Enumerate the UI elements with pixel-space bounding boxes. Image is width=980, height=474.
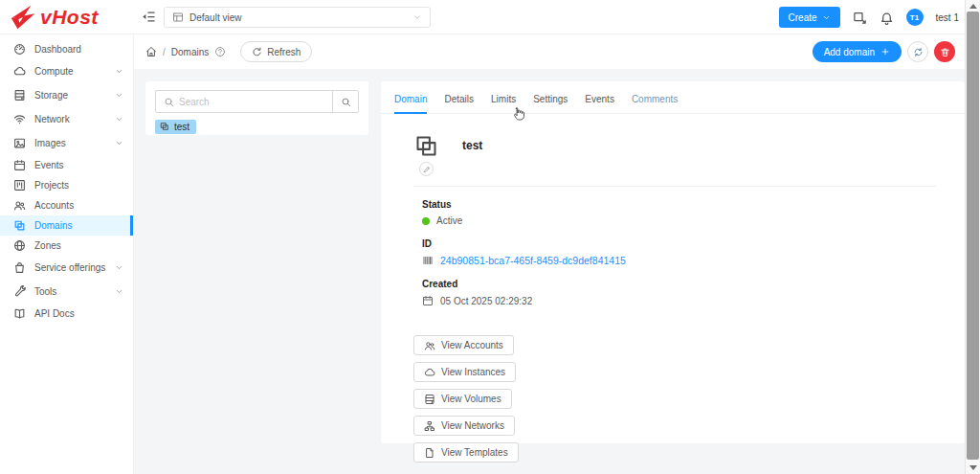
tab-domain[interactable]: Domain — [394, 94, 427, 113]
sidebar-item-label: Accounts — [34, 200, 74, 211]
sidebar-item-accounts[interactable]: Accounts — [0, 195, 133, 215]
vhost-logo[interactable]: vHost — [10, 3, 99, 32]
detail-body: test StatusActiveID24b90851-bca7-465f-84… — [381, 114, 965, 463]
chevron-down-icon — [115, 263, 123, 272]
chevron-down-icon — [115, 115, 123, 124]
view-instances-button[interactable]: View Instances — [413, 362, 516, 382]
sidebar-item-projects[interactable]: Projects — [0, 175, 133, 195]
view-templates-button[interactable]: View Templates — [413, 442, 519, 463]
cloud-icon — [13, 65, 26, 78]
trash-icon — [940, 47, 950, 57]
search-button[interactable] — [332, 91, 358, 112]
sidebar-item-tools[interactable]: Tools — [0, 280, 133, 304]
view-volumes-button[interactable]: View Volumes — [413, 389, 512, 409]
sync-icon — [913, 47, 924, 57]
field-label: Status — [422, 199, 936, 210]
domain-tree-panel: test — [145, 81, 368, 135]
scrollbar-thumb[interactable] — [967, 11, 979, 460]
layout-view-icon — [172, 11, 184, 23]
project-switch-icon[interactable] — [853, 11, 867, 25]
search-input[interactable] — [179, 97, 332, 107]
sidebar-item-service-offerings[interactable]: Service offerings — [0, 256, 133, 280]
chevron-down-icon — [115, 287, 123, 296]
search-icon — [341, 97, 351, 107]
sidebar-item-label: Service offerings — [34, 262, 105, 273]
divider — [413, 186, 936, 187]
logo-arrow-icon — [10, 3, 38, 32]
sidebar-item-label: Compute — [34, 66, 74, 77]
action-label: View Instances — [441, 367, 505, 377]
block-icon — [160, 122, 169, 131]
bell-icon[interactable] — [880, 11, 894, 25]
user-name[interactable]: test 1 — [936, 12, 959, 23]
sidebar-item-label: Tools — [34, 286, 56, 297]
refresh-button[interactable]: Refresh — [240, 41, 312, 62]
sidebar-item-label: Projects — [34, 180, 69, 191]
add-domain-button[interactable]: Add domain — [813, 41, 902, 62]
sidebar-item-zones[interactable]: Zones — [0, 236, 133, 256]
action-label: View Networks — [441, 420, 504, 431]
delete-domain-button[interactable] — [934, 41, 955, 62]
sidebar-item-images[interactable]: Images — [0, 131, 133, 155]
edit-button[interactable] — [419, 162, 434, 176]
reload-icon — [252, 47, 262, 57]
add-domain-label: Add domain — [824, 47, 875, 57]
sidebar-item-events[interactable]: Events — [0, 155, 133, 175]
book-icon — [13, 307, 26, 320]
id-link[interactable]: 24b90851-bca7-465f-8459-dc9def841415 — [440, 255, 626, 266]
create-button-label: Create — [789, 12, 817, 23]
tab-comments[interactable]: Comments — [632, 94, 678, 113]
resource-header: test — [413, 131, 936, 159]
sidebar-item-network[interactable]: Network — [0, 107, 133, 131]
domain-block-icon — [413, 133, 439, 159]
detail-tabs: DomainDetailsLimitsSettingsEventsComment… — [381, 81, 965, 114]
sync-button[interactable] — [907, 41, 928, 62]
wifi-icon — [13, 113, 26, 125]
sidebar-item-label: Network — [34, 114, 70, 124]
chevron-down-icon — [115, 91, 123, 100]
edit-pencil-icon — [423, 166, 431, 173]
plus-icon — [880, 47, 890, 56]
menu-fold-icon[interactable] — [142, 10, 156, 24]
tree-node[interactable]: test — [155, 120, 196, 134]
sidebar-item-dashboard[interactable]: Dashboard — [0, 39, 133, 59]
tool-icon — [13, 285, 26, 298]
tab-settings[interactable]: Settings — [533, 94, 568, 113]
shopping-icon — [13, 261, 26, 274]
sidebar-item-storage[interactable]: Storage — [0, 83, 133, 107]
tab-details[interactable]: Details — [444, 94, 474, 113]
view-select[interactable]: Default view — [164, 7, 431, 28]
logo-text: vHost — [40, 6, 99, 29]
sidebar: DashboardComputeStorageNetworkImagesEven… — [0, 34, 134, 474]
breadcrumb[interactable]: Domains — [171, 47, 209, 57]
question-circle-icon[interactable] — [214, 46, 226, 57]
view-select-value: Default view — [189, 12, 241, 23]
sidebar-item-label: Zones — [34, 240, 61, 251]
sidebar-item-api-docs[interactable]: API Docs — [0, 304, 133, 324]
view-accounts-button[interactable]: View Accounts — [413, 335, 514, 355]
top-bar: vHost Default view Create T1 test 1 — [0, 0, 980, 34]
chevron-down-icon — [115, 139, 123, 147]
tab-limits[interactable]: Limits — [491, 94, 516, 113]
tree-node-label: test — [174, 122, 189, 132]
sidebar-item-compute[interactable]: Compute — [0, 59, 133, 83]
avatar[interactable]: T1 — [906, 9, 924, 26]
scroll-up-arrow-icon[interactable] — [969, 4, 977, 9]
vertical-scrollbar[interactable] — [965, 0, 980, 474]
sidebar-item-label: Domains — [34, 220, 72, 231]
action-label: View Accounts — [441, 340, 503, 350]
view-networks-button[interactable]: View Networks — [413, 416, 515, 436]
sidebar-item-label: Dashboard — [34, 44, 81, 55]
sidebar-item-domains[interactable]: Domains — [0, 215, 133, 236]
team-icon — [13, 199, 26, 212]
barcode-icon — [422, 255, 434, 266]
breadcrumb-bar: / Domains Refresh Add domain — [134, 34, 965, 69]
search-box — [155, 90, 359, 113]
scroll-down-arrow-icon[interactable] — [969, 465, 977, 470]
home-icon[interactable] — [145, 46, 157, 57]
tab-events[interactable]: Events — [585, 94, 614, 113]
sidebar-item-label: Storage — [34, 90, 68, 101]
file-icon — [424, 447, 435, 459]
create-button[interactable]: Create — [779, 7, 840, 28]
top-right-group: Create T1 test 1 — [779, 0, 959, 34]
